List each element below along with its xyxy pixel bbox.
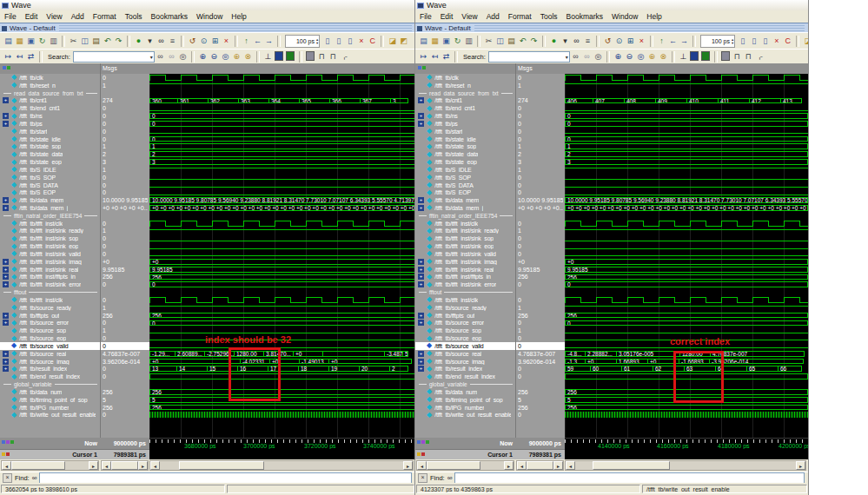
signal-row[interactable]: ◆/tfft_tb/S_EOP0 xyxy=(415,188,565,196)
signal-row[interactable]: ◆/tfft_tb/S_IDLE1 xyxy=(0,166,149,174)
delete-cursor-icon[interactable]: ▯ xyxy=(759,36,771,47)
forward-icon[interactable]: → xyxy=(679,36,690,47)
signal-row[interactable]: ◆/tfft_tb/S_DATA0 xyxy=(0,182,149,189)
wave-cursor-blue-icon[interactable] xyxy=(274,51,285,63)
signal-row[interactable]: +◆/tfft_tb/source_error0 xyxy=(0,320,149,327)
expand-icon[interactable]: + xyxy=(418,121,424,127)
filter-icon[interactable]: ≡ xyxy=(582,36,593,47)
undo-icon[interactable]: ↶ xyxy=(102,36,113,47)
expand-icon[interactable]: + xyxy=(3,113,9,119)
reload-icon[interactable]: ↻ xyxy=(36,36,48,47)
search-down-icon[interactable]: ∞ xyxy=(570,51,581,63)
expand-icon[interactable]: + xyxy=(3,267,9,273)
signal-row[interactable]: ◆/tfft_tb/clk0 xyxy=(415,74,565,82)
paste-icon[interactable]: ▤ xyxy=(506,36,517,47)
new-file-icon[interactable]: ▤ xyxy=(418,36,429,47)
next-transition-icon[interactable]: ⊓ xyxy=(328,51,339,63)
signal-row[interactable]: ◆/tfft_tb/reset_n1 xyxy=(0,82,149,89)
signal-row[interactable]: +◆/tfft_tb/source_real4.76837e-007 xyxy=(415,350,565,358)
signal-row[interactable]: ◆/tfft_tb/end_cnt10 xyxy=(415,104,565,112)
clear-icon[interactable]: C xyxy=(367,36,378,47)
signal-row[interactable]: ◆/tfft_tb/S_SOP0 xyxy=(0,174,149,182)
signal-row[interactable]: +◆/tfft_tb/tfft_inst/fftpts_in256 xyxy=(415,274,565,281)
signal-row[interactable]: +◆/tfft_tb/source_imag3.96206e-014 xyxy=(0,358,149,366)
edit-mode-icon[interactable]: ⇄ xyxy=(25,51,36,63)
signal-row[interactable]: ◆/tfft_tb/end_cnt10 xyxy=(0,104,149,112)
signal-row[interactable]: ◆/tfft_tb/tfft_inst/clk0 xyxy=(415,220,565,228)
cursor-toolbox-icons[interactable] xyxy=(2,452,14,457)
column-separator[interactable] xyxy=(100,63,101,459)
tab-grip-stripes[interactable] xyxy=(59,25,412,31)
signal-row[interactable]: +◆/tfft_tb/tfft_inst/sink_real9.95185 xyxy=(415,266,565,274)
values-scrollbar[interactable]: ◂▸ xyxy=(101,460,149,471)
search-up-icon[interactable]: ∞ xyxy=(581,51,593,63)
zoom-out-icon[interactable]: ⊖ xyxy=(209,51,220,63)
panel-menu-icon[interactable] xyxy=(418,66,430,71)
expand-icon[interactable]: + xyxy=(3,351,9,357)
signal-row[interactable]: ◆/tfft_tb/tfft_inst/sink_valid0 xyxy=(0,250,149,258)
cursor-mode-icon[interactable]: ↦ xyxy=(418,51,429,63)
search-options-icon[interactable]: ◎ xyxy=(177,51,189,63)
signal-row[interactable]: ◆/tfft_tb/write_out_result_enable0 xyxy=(415,411,565,419)
signal-row[interactable]: +◆/tfft_tb/fftpts_out256 xyxy=(415,312,565,320)
signal-row[interactable]: ◆/tfft_tb/state_data2 xyxy=(0,150,149,158)
signal-row[interactable]: ◆/tfft_tb/S_EOP0 xyxy=(0,188,149,196)
signal-row[interactable]: +◆/tfft_tb/cnt1274 xyxy=(0,96,149,104)
expand-icon[interactable]: + xyxy=(418,366,424,372)
expand-icon[interactable]: + xyxy=(418,351,424,357)
signal-row[interactable]: ◆/tfft_tb/data_num256 xyxy=(0,388,149,396)
cursor-track[interactable] xyxy=(149,449,415,459)
signal-row[interactable]: ◆/tfft_tb/tfft_inst/clk0 xyxy=(415,296,565,304)
wave-cursor-green-icon[interactable] xyxy=(700,51,712,63)
zoom-full-icon[interactable]: ◎ xyxy=(635,51,646,63)
signal-row[interactable]: ◆/tfft_tb/S_IDLE1 xyxy=(415,166,565,174)
zoom-in-icon[interactable]: ⊕ xyxy=(197,51,209,63)
menu-file[interactable]: File xyxy=(415,12,436,21)
signal-row[interactable]: ◆/tfft_tb/clk0 xyxy=(0,74,149,82)
expand-icon[interactable]: + xyxy=(418,205,424,211)
export-icon[interactable]: ◪ xyxy=(802,36,808,47)
signal-row[interactable]: ◆/tfft_tb/tfft_inst/sink_sop0 xyxy=(415,234,565,242)
wave-tab-label[interactable]: Wave - Default xyxy=(425,24,471,32)
signal-row[interactable]: +◆/tfft_tb/data_mem10.0000 9.95185 ... xyxy=(415,196,565,204)
expand-icon[interactable]: + xyxy=(418,359,424,365)
break-icon[interactable]: × xyxy=(221,36,232,47)
menu-help[interactable]: Help xyxy=(642,12,666,21)
search-dropdown-icon[interactable]: ▾ xyxy=(150,54,154,60)
run-all-icon[interactable]: ⊞ xyxy=(209,36,221,47)
tab-grip-stripes[interactable] xyxy=(474,25,805,31)
cursor-track[interactable] xyxy=(565,449,808,459)
cut-icon[interactable]: ✂ xyxy=(483,36,494,47)
expand-icon[interactable]: + xyxy=(418,274,424,280)
signal-row[interactable]: +◆/tfft_tb/source_real4.76837e-007 xyxy=(0,350,149,358)
insert-cursor-icon[interactable]: ▯ xyxy=(321,36,333,47)
signal-row[interactable]: ◆/tfft_tb/tfft_inst/sink_eop0 xyxy=(0,242,149,250)
expand-icon[interactable]: + xyxy=(3,97,9,103)
add-cursor-icon[interactable]: ⊥ xyxy=(262,51,274,63)
cut-icon[interactable]: ✂ xyxy=(68,36,79,47)
signal-row[interactable]: ◆/tfft_tb/tfft_inst/sink_ready1 xyxy=(0,228,149,235)
wave-toolbox-icons[interactable] xyxy=(2,440,14,445)
menu-file[interactable]: File xyxy=(0,12,21,21)
close-find-icon[interactable]: × xyxy=(418,473,427,483)
run-all-icon[interactable]: ⊞ xyxy=(625,36,636,47)
signal-row[interactable]: +◆/tfft_tb/source_error0 xyxy=(415,320,565,327)
filter-icon[interactable]: ≡ xyxy=(167,36,178,47)
wave-grey-icon[interactable] xyxy=(305,51,316,63)
time-step-input[interactable]: 100 ps▴▾ xyxy=(285,35,320,48)
signal-row[interactable]: +◆/tfft_tb/data_mem_j+0 +0 +0 +0 +0... xyxy=(415,204,565,212)
zoom-mode-icon[interactable]: ↤ xyxy=(429,51,441,63)
zoom-out-icon[interactable]: ⊖ xyxy=(624,51,635,63)
menu-view[interactable]: View xyxy=(42,12,66,21)
expand-icon[interactable]: + xyxy=(418,197,424,203)
signal-row[interactable]: ◆/tfft_tb/state_sop1 xyxy=(415,142,565,150)
signal-row[interactable]: ◆/tfft_tb/tfft_inst/sink_eop0 xyxy=(415,242,565,250)
zoom-lock-icon[interactable]: ⊕ xyxy=(646,51,658,63)
signal-row[interactable]: ◆/tfft_tb/tfft_inst/sink_ready1 xyxy=(415,228,565,235)
menu-edit[interactable]: Edit xyxy=(21,12,43,21)
lock-cursor-icon[interactable]: ▯ xyxy=(333,36,344,47)
menu-view[interactable]: View xyxy=(457,12,481,21)
import-icon[interactable]: ◩ xyxy=(398,36,409,47)
wave-cursor-blue-icon[interactable] xyxy=(689,51,700,63)
cursor-toolbox-icons[interactable] xyxy=(417,452,429,457)
